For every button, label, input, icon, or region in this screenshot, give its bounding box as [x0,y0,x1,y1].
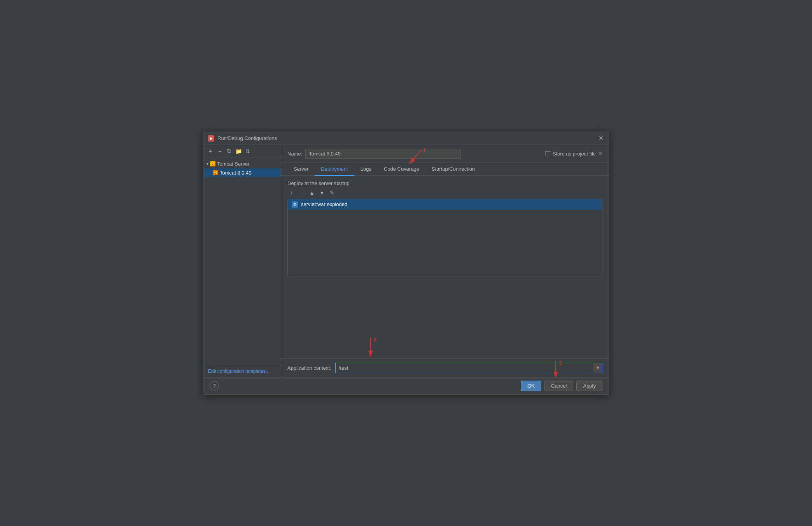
name-row: Name: [287,149,545,159]
tab-startup-connection[interactable]: Startup/Connection [425,163,481,176]
deploy-section: Deploy at the server startup + − ▲ ▼ ✎ ⚙… [287,180,602,276]
tomcat-server-icon: 🐱 [210,161,215,166]
folder-config-button[interactable]: 📁 [234,147,242,155]
apply-button[interactable]: Apply [576,381,602,391]
deploy-section-label: Deploy at the server startup [287,180,602,186]
deploy-list-item[interactable]: ⚙ servlet:war exploded [288,199,602,210]
tomcat-item-icon: 🐱 [213,170,218,175]
deploy-item-icon: ⚙ [292,201,298,208]
config-header: Name: Store as project file ⚙ [281,145,609,163]
config-name-input[interactable] [305,149,461,159]
deploy-up-button[interactable]: ▲ [308,189,316,197]
sidebar: + − ⧉ 📁 ⇅ ▾ 🐱 Tomcat Server 🐱 Tomcat 8.0… [203,145,281,377]
tomcat-server-group: ▾ 🐱 Tomcat Server 🐱 Tomcat 8.0.49 [203,159,281,177]
deploy-down-button[interactable]: ▼ [318,189,326,197]
edit-templates-link[interactable]: Edit configuration templates... [208,369,270,374]
store-project-checkbox[interactable] [545,151,550,156]
dialog-icon: ▶ [208,135,214,142]
ok-button[interactable]: OK [521,381,541,391]
gear-icon[interactable]: ⚙ [598,151,602,156]
title-bar: ▶ Run/Debug Configurations ✕ [203,132,609,145]
remove-config-button[interactable]: − [216,147,224,155]
deploy-edit-button[interactable]: ✎ [328,189,336,197]
help-button[interactable]: ? [210,381,219,390]
close-button[interactable]: ✕ [598,135,604,142]
tabs-container: Server Deployment Logs Code Coverage Sta… [281,163,609,176]
name-label: Name: [287,151,302,157]
deploy-remove-button[interactable]: − [298,189,306,197]
tab-logs[interactable]: Logs [354,163,378,176]
deploy-list: ⚙ servlet:war exploded [287,199,602,276]
tab-code-coverage[interactable]: Code Coverage [378,163,425,176]
app-context-dropdown[interactable]: ▼ [593,363,602,373]
app-context-label: Application context: [287,365,331,371]
app-context-input-wrap: ▼ [335,363,602,373]
tomcat-server-group-label: Tomcat Server [217,161,250,167]
sidebar-tree: ▾ 🐱 Tomcat Server 🐱 Tomcat 8.0.49 [203,158,281,365]
sidebar-toolbar: + − ⧉ 📁 ⇅ [203,145,281,158]
store-project-area: Store as project file ⚙ [545,151,602,157]
sort-config-button[interactable]: ⇅ [244,147,252,155]
footer-buttons: 3 OK Cancel Apply [521,381,602,391]
run-debug-dialog: ▶ Run/Debug Configurations ✕ + − ⧉ 📁 ⇅ ▾… [203,132,609,395]
tomcat-item-label: Tomcat 8.0.49 [220,170,252,176]
store-project-label: Store as project file [553,151,596,157]
cancel-button[interactable]: Cancel [544,381,573,391]
tomcat-config-item[interactable]: 🐱 Tomcat 8.0.49 [203,168,281,177]
tab-deployment[interactable]: Deployment [315,163,354,176]
sidebar-bottom: Edit configuration templates... [203,365,281,377]
deployment-content: Deploy at the server startup + − ▲ ▼ ✎ ⚙… [281,176,609,358]
dialog-title: Run/Debug Configurations [217,135,277,141]
bottom-section: 2 Application context: ▼ [281,358,609,377]
dialog-footer: ? 3 OK Cancel Ap [203,377,609,394]
content-area: + − ⧉ 📁 ⇅ ▾ 🐱 Tomcat Server 🐱 Tomcat 8.0… [203,145,609,377]
deploy-toolbar: + − ▲ ▼ ✎ [287,189,602,197]
deploy-add-button[interactable]: + [287,189,296,197]
tomcat-server-group-header[interactable]: ▾ 🐱 Tomcat Server [203,159,281,168]
tabs-row: Server Deployment Logs Code Coverage Sta… [281,163,609,176]
chevron-down-icon: ▾ [206,162,208,166]
add-config-button[interactable]: + [206,147,214,155]
title-bar-left: ▶ Run/Debug Configurations [208,135,277,142]
main-panel: Name: Store as project file ⚙ Server Dep… [281,145,609,377]
app-context-input[interactable] [336,363,593,373]
annotation-3-wrapper: 3 OK [521,381,541,391]
tab-server[interactable]: Server [287,163,315,176]
deploy-item-label: servlet:war exploded [301,201,347,207]
copy-config-button[interactable]: ⧉ [225,147,233,155]
